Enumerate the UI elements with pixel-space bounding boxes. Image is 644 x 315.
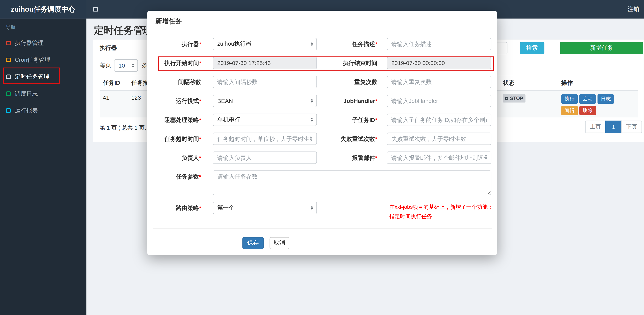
owner-label: 负责人*: [147, 152, 213, 164]
retry-label: 失败重试次数*: [317, 133, 387, 145]
square-icon: [6, 58, 11, 62]
cell-status: STOP: [500, 91, 558, 106]
square-icon: [6, 108, 11, 113]
alarm-email-label: 报警邮件*: [317, 152, 387, 164]
block-strategy-select[interactable]: 单机串行: [213, 114, 317, 126]
end-time-input[interactable]: [387, 57, 491, 69]
execute-button[interactable]: 执行: [561, 94, 578, 104]
select-caret-icon: [310, 98, 313, 104]
repeat-input[interactable]: [387, 76, 491, 88]
block-strategy-select-value: 单机串行: [217, 116, 310, 123]
job-param-textarea[interactable]: [213, 170, 492, 195]
feature-note: 在xxl-jobs项目的基础上，新增了一个功能： 指定时间执行任务: [389, 202, 493, 221]
per-page-select[interactable]: 10: [114, 59, 138, 72]
start-button[interactable]: 启动: [580, 94, 596, 104]
sidebar-item-executor-manage[interactable]: 执行器管理: [0, 35, 86, 52]
executor-select-value: zuihou执行器: [217, 41, 310, 48]
executor-filter-label: 执行器: [100, 45, 117, 52]
add-task-modal: 新增任务 执行器* zuihou执行器 任务描述* 执行开始时间*: [147, 11, 497, 255]
executor-select[interactable]: zuihou执行器: [213, 38, 317, 50]
start-time-label: 执行开始时间*: [147, 57, 213, 69]
square-icon: [6, 91, 11, 96]
row-action-buttons: 执行 启动 日志 编辑 删除: [561, 94, 619, 117]
status-badge: STOP: [503, 94, 526, 103]
child-job-label: 子任务ID*: [317, 114, 387, 126]
sidebar-item-label: Cron任务管理: [15, 56, 50, 64]
sidebar-item-timed-task-manage[interactable]: 定时任务管理: [0, 68, 86, 85]
modal-body: 执行器* zuihou执行器 任务描述* 执行开始时间* 执行结束时间: [147, 31, 497, 249]
modal-header: 新增任务: [147, 11, 497, 31]
table-header-status: 状态: [500, 76, 558, 90]
cancel-button[interactable]: 取消: [270, 237, 289, 249]
sidebar-item-cron-task-manage[interactable]: Cron任务管理: [0, 52, 86, 68]
cell-actions: 执行 启动 日志 编辑 删除: [558, 91, 638, 121]
modal-footer: 保存 取消: [147, 228, 497, 249]
feature-note-line2: 指定时间执行任务: [389, 212, 493, 221]
sidebar-item-label: 调度日志: [15, 90, 38, 97]
interval-label: 间隔秒数: [147, 76, 213, 88]
job-handler-input[interactable]: [387, 95, 491, 107]
interval-input[interactable]: [213, 76, 317, 88]
repeat-label: 重复次数: [317, 76, 387, 88]
run-mode-select-value: BEAN: [217, 98, 310, 104]
log-button[interactable]: 日志: [598, 94, 614, 104]
square-icon: [6, 41, 11, 45]
table-header-task-id: 任务ID: [100, 76, 128, 90]
edit-button[interactable]: 编辑: [561, 106, 578, 115]
sidebar-item-label: 运行报表: [15, 107, 38, 114]
feature-note-line1: 在xxl-jobs项目的基础上，新增了一个功能：: [389, 203, 493, 212]
logout-link[interactable]: 注销: [628, 6, 639, 13]
select-caret-icon: [310, 117, 313, 123]
page-1-button[interactable]: 1: [605, 121, 622, 133]
start-time-input[interactable]: [213, 57, 317, 69]
sidebar-item-run-report[interactable]: 运行报表: [0, 102, 86, 119]
owner-input[interactable]: [213, 152, 317, 164]
job-desc-input[interactable]: [387, 38, 491, 50]
brand-title: zuihou任务调度中心: [0, 0, 86, 19]
select-caret-icon: [132, 62, 134, 69]
route-strategy-select-value: 第一个: [217, 204, 310, 211]
retry-input[interactable]: [387, 133, 491, 145]
app-viewport: zuihou任务调度中心 注销 导航 执行器管理 Cron任务管理 定时任务管理…: [0, 0, 644, 315]
alarm-email-input[interactable]: [387, 152, 491, 164]
sidebar-section-label: 导航: [0, 19, 86, 35]
sidebar: 导航 执行器管理 Cron任务管理 定时任务管理 调度日志 运行报表: [0, 19, 86, 315]
table-header-actions: 操作: [558, 76, 638, 90]
per-page-select-value: 10: [118, 62, 132, 69]
select-caret-icon: [310, 41, 313, 47]
square-icon: [6, 75, 11, 79]
route-strategy-label: 路由策略*: [147, 202, 213, 214]
executor-label: 执行器*: [147, 38, 213, 50]
search-button[interactable]: 搜索: [520, 42, 544, 54]
end-time-label: 执行结束时间: [317, 57, 387, 69]
add-task-button[interactable]: 新增任务: [560, 42, 643, 54]
route-strategy-select[interactable]: 第一个: [213, 202, 317, 214]
status-badge-label: STOP: [510, 96, 523, 101]
stop-icon: [505, 97, 508, 100]
timeout-label: 任务超时时间*: [147, 133, 213, 145]
modal-title: 新增任务: [156, 17, 489, 26]
cell-task-id: 41: [100, 91, 128, 104]
sidebar-item-label: 定时任务管理: [15, 73, 50, 81]
sidebar-item-label: 执行器管理: [15, 39, 44, 47]
per-page-label: 每页: [100, 62, 111, 69]
child-job-input[interactable]: [387, 114, 491, 126]
job-desc-label: 任务描述*: [317, 38, 387, 50]
sidebar-item-schedule-log[interactable]: 调度日志: [0, 85, 86, 102]
job-param-label: 任务参数*: [147, 170, 213, 183]
sidebar-toggle-icon[interactable]: [94, 7, 98, 12]
job-handler-label: JobHandler*: [317, 95, 387, 107]
delete-button[interactable]: 删除: [580, 106, 596, 115]
select-caret-icon: [310, 205, 313, 211]
timeout-input[interactable]: [213, 133, 317, 145]
run-mode-label: 运行模式*: [147, 95, 213, 107]
prev-page-button[interactable]: 上页: [585, 121, 606, 133]
pagination: 上页 1 下页: [585, 121, 642, 133]
run-mode-select[interactable]: BEAN: [213, 95, 317, 107]
save-button[interactable]: 保存: [242, 237, 264, 249]
page-title: 定时任务管理: [94, 24, 153, 37]
next-page-button[interactable]: 下页: [621, 121, 642, 133]
block-strategy-label: 阻塞处理策略*: [147, 114, 213, 126]
